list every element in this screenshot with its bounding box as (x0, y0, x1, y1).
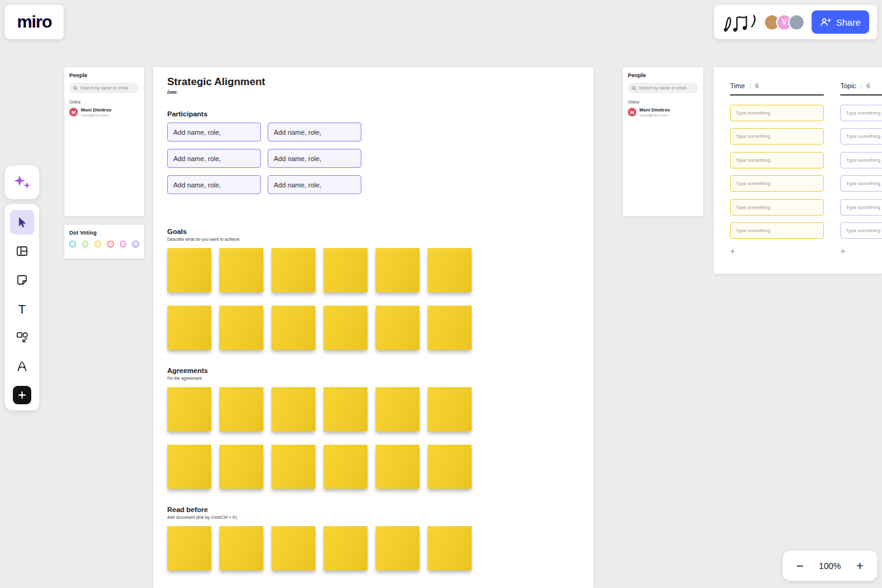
pen-tool-button[interactable] (10, 354, 34, 379)
sticky-note[interactable] (219, 306, 263, 350)
planner-column-count: 6 (867, 83, 870, 89)
member-avatar: M (628, 108, 636, 116)
vote-dot[interactable] (82, 241, 89, 247)
select-tool-button[interactable] (10, 210, 34, 235)
share-button[interactable]: Share (812, 10, 869, 34)
sticky-note[interactable] (219, 526, 263, 570)
board-sections: GoalsDescribe what do you want to achiev… (167, 228, 594, 570)
dot-voting-widget: Dot Voting (64, 225, 144, 258)
board-section: AgreementsFix the agreement (167, 367, 594, 489)
sticky-note[interactable] (428, 387, 472, 431)
zoom-out-button[interactable]: − (793, 559, 807, 572)
people-search-input[interactable]: Search by name or email (628, 83, 698, 93)
agenda-board[interactable]: Time6Type somethingType somethingType so… (714, 67, 882, 274)
text-field[interactable]: Type something (840, 199, 882, 216)
member-row[interactable]: M Moni Dimitrov mony@miro.com (69, 107, 139, 117)
text-tool-button[interactable]: T (10, 296, 34, 321)
sticky-note[interactable] (375, 387, 420, 431)
text-field[interactable]: Type something (840, 175, 882, 192)
sticky-note[interactable] (375, 248, 420, 292)
planner-column-title: Topic (840, 82, 856, 89)
vote-dot[interactable] (120, 241, 127, 247)
section-subheading: Add document (link by Cmd/Ctrl + K) (167, 515, 594, 519)
vote-dot[interactable] (94, 241, 101, 247)
strategic-alignment-board[interactable]: Strategic Alignment Date: Participants A… (153, 67, 594, 588)
sticky-note[interactable] (271, 526, 315, 570)
section-heading: Goals (167, 228, 594, 235)
sticky-note[interactable] (167, 248, 211, 292)
participant-name-input[interactable]: Add name, role, (167, 149, 261, 168)
online-label: Online (69, 100, 139, 104)
text-field[interactable]: Type something (730, 199, 824, 216)
ai-assist-button[interactable] (5, 165, 39, 199)
sticky-note[interactable] (323, 445, 368, 489)
sticky-note[interactable] (167, 526, 211, 570)
column-rule (730, 94, 824, 96)
collaborator-avatar[interactable] (788, 14, 805, 31)
participant-name-input[interactable]: Add name, role, (167, 123, 261, 141)
text-field[interactable]: Type something (840, 128, 882, 145)
text-field[interactable]: Type something (840, 105, 882, 121)
sticky-note[interactable] (271, 445, 315, 489)
sticky-note[interactable] (323, 306, 368, 350)
templates-tool-button[interactable] (10, 239, 34, 263)
date-label[interactable]: Date: (167, 90, 594, 94)
sticky-row (167, 526, 594, 570)
sticky-note[interactable] (167, 445, 211, 489)
sticky-note[interactable] (428, 248, 472, 292)
people-widget: People Search by name or email Online M … (64, 67, 144, 216)
add-field-button[interactable]: + (840, 246, 850, 256)
pen-icon (15, 360, 29, 373)
people-search-input[interactable]: Search by name or email (69, 83, 139, 93)
text-field[interactable]: Type something (730, 105, 824, 121)
participant-name-input[interactable]: Add name, role, (268, 175, 361, 194)
sticky-note[interactable] (323, 248, 368, 292)
add-field-button[interactable]: + (730, 246, 740, 256)
sticky-note[interactable] (167, 306, 211, 350)
sticky-note[interactable] (428, 445, 472, 489)
board-section: GoalsDescribe what do you want to achiev… (167, 228, 594, 350)
planner-column-title: Time (730, 82, 745, 89)
sticky-note[interactable] (271, 387, 315, 431)
board-title[interactable]: Strategic Alignment (167, 76, 594, 88)
text-field[interactable]: Type something (730, 152, 824, 168)
sticky-note[interactable] (375, 306, 420, 350)
sticky-note[interactable] (323, 526, 368, 570)
sticky-note[interactable] (323, 387, 368, 431)
text-field[interactable]: Type something (730, 175, 824, 192)
participant-name-input[interactable]: Add name, role, (268, 123, 361, 141)
text-field[interactable]: Type something (730, 128, 824, 145)
templates-icon (15, 244, 29, 258)
sticky-note[interactable] (428, 306, 472, 350)
sticky-note-tool-button[interactable] (10, 268, 34, 292)
vote-dot[interactable] (132, 241, 139, 247)
sticky-note[interactable] (375, 526, 420, 570)
toolbar: T (5, 204, 39, 410)
more-tools-button[interactable] (13, 386, 31, 404)
sticky-note[interactable] (271, 306, 315, 350)
share-people-icon (820, 17, 832, 27)
sticky-note[interactable] (428, 526, 472, 570)
vote-dot[interactable] (107, 241, 114, 247)
member-row[interactable]: M Moni Dimitrov mony@miro.com (628, 107, 698, 117)
header-divider (750, 83, 750, 89)
planner-fields: Type somethingType somethingType somethi… (730, 105, 824, 239)
member-name: Moni Dimitrov (81, 107, 111, 113)
zoom-in-button[interactable]: + (853, 559, 867, 572)
shapes-tool-button[interactable] (10, 325, 34, 350)
sticky-note[interactable] (219, 445, 263, 489)
sticky-note[interactable] (167, 387, 211, 431)
participant-name-input[interactable]: Add name, role, (268, 149, 361, 168)
miro-logo[interactable]: miro (5, 5, 64, 39)
text-field[interactable]: Type something (730, 222, 824, 239)
sticky-note[interactable] (271, 248, 315, 292)
participant-name-input[interactable]: Add name, role, (167, 175, 261, 194)
zoom-level: 100% (819, 561, 841, 571)
vote-dot[interactable] (69, 241, 76, 247)
sticky-note[interactable] (375, 445, 420, 489)
sticky-note[interactable] (219, 387, 263, 431)
text-field[interactable]: Type something (840, 152, 882, 168)
section-subheading: Fix the agreement (167, 376, 594, 380)
sticky-note[interactable] (219, 248, 263, 292)
text-field[interactable]: Type something (840, 222, 882, 239)
